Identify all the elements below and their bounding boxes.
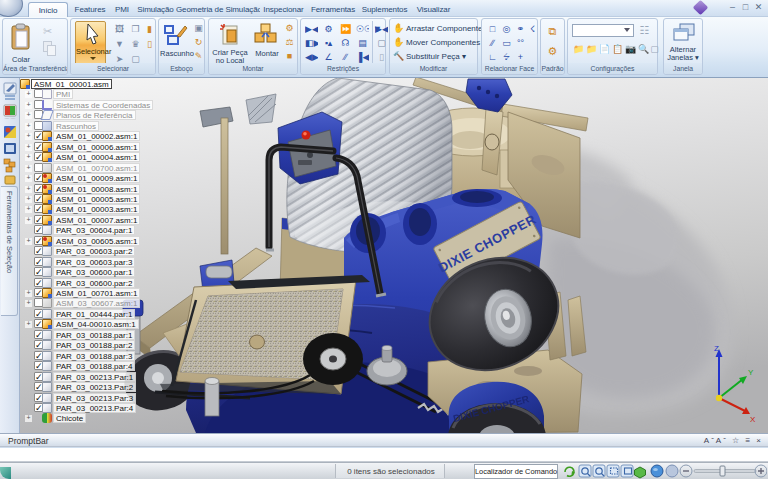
svg-text:X: X (750, 415, 756, 424)
svg-text:Z: Z (714, 344, 719, 353)
svg-text:Y: Y (748, 368, 754, 377)
